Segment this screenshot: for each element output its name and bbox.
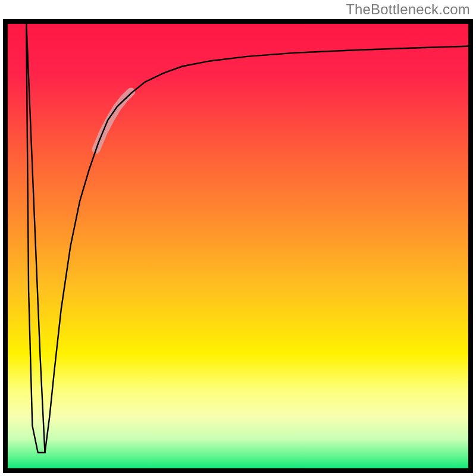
plot-background [5, 21, 471, 471]
watermark-text: TheBottleneck.com [346, 1, 470, 18]
chart-svg [0, 0, 476, 476]
